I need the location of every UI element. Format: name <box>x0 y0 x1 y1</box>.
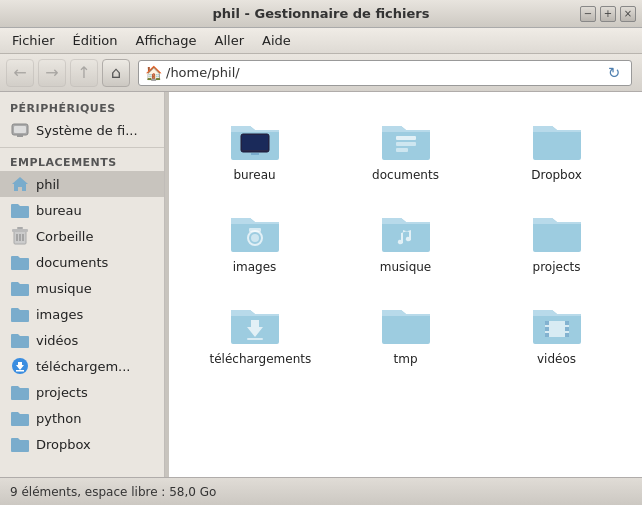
sidebar-label-phil: phil <box>36 177 60 192</box>
forward-button[interactable]: → <box>38 59 66 87</box>
sidebar-label-bureau: bureau <box>36 203 82 218</box>
dropbox-folder-icon <box>10 434 30 454</box>
tmp-icon <box>378 300 434 348</box>
file-item-documents[interactable]: documents <box>330 108 481 190</box>
svg-rect-14 <box>242 135 268 150</box>
dropbox-label: Dropbox <box>531 168 582 182</box>
close-button[interactable]: × <box>620 6 636 22</box>
sidebar-section-peripheriques: PÉRIPHÉRIQUES <box>0 98 164 117</box>
window-controls: − + × <box>580 6 636 22</box>
svg-rect-12 <box>16 370 24 372</box>
statusbar-text: 9 éléments, espace libre : 58,0 Go <box>10 485 216 499</box>
maximize-button[interactable]: + <box>600 6 616 22</box>
menu-edition[interactable]: Édition <box>65 31 126 50</box>
projects-icon <box>529 208 585 256</box>
sidebar-item-telechargements[interactable]: téléchargem... <box>0 353 164 379</box>
file-item-musique[interactable]: musique <box>330 200 481 282</box>
projects-label: projects <box>533 260 581 274</box>
device-icon <box>10 120 30 140</box>
forward-icon: → <box>45 63 58 82</box>
telechargements-icon <box>10 356 30 376</box>
trash-icon <box>10 226 30 246</box>
toolbar: ← → ↑ ⌂ 🏠 /home/phil/ ↻ <box>0 54 642 92</box>
projects-folder-icon <box>10 382 30 402</box>
back-icon: ← <box>13 63 26 82</box>
sidebar-label-python: python <box>36 411 81 426</box>
sidebar-label-images: images <box>36 307 83 322</box>
file-item-dropbox[interactable]: Dropbox <box>481 108 632 190</box>
file-item-telechargements[interactable]: téléchargements <box>179 292 330 374</box>
dropbox-icon <box>529 116 585 164</box>
tmp-label: tmp <box>393 352 417 366</box>
musique-label: musique <box>380 260 432 274</box>
sidebar-item-projects[interactable]: projects <box>0 379 164 405</box>
sidebar: PÉRIPHÉRIQUES Système de fi... EMPLACEME… <box>0 92 165 477</box>
menu-fichier[interactable]: Fichier <box>4 31 63 50</box>
videos-folder-icon <box>10 330 30 350</box>
file-item-images[interactable]: images <box>179 200 330 282</box>
videos-icon <box>529 300 585 348</box>
sidebar-label-systeme: Système de fi... <box>36 123 138 138</box>
svg-point-20 <box>251 234 259 242</box>
sidebar-label-documents: documents <box>36 255 108 270</box>
sidebar-item-systeme[interactable]: Système de fi... <box>0 117 164 143</box>
sidebar-item-documents[interactable]: documents <box>0 249 164 275</box>
svg-rect-27 <box>545 333 549 337</box>
documents-label: documents <box>372 168 439 182</box>
sidebar-item-images[interactable]: images <box>0 301 164 327</box>
refresh-button[interactable]: ↻ <box>603 62 625 84</box>
documents-folder-icon <box>10 252 30 272</box>
svg-rect-16 <box>396 136 416 140</box>
svg-rect-28 <box>565 321 569 325</box>
sidebar-label-telechargements: téléchargem... <box>36 359 131 374</box>
menubar: Fichier Édition Affichage Aller Aide <box>0 28 642 54</box>
address-bar[interactable]: 🏠 /home/phil/ ↻ <box>138 60 632 86</box>
file-item-bureau[interactable]: bureau <box>179 108 330 190</box>
back-button[interactable]: ← <box>6 59 34 87</box>
sidebar-item-videos[interactable]: vidéos <box>0 327 164 353</box>
menu-aide[interactable]: Aide <box>254 31 299 50</box>
titlebar: phil - Gestionnaire de fichiers − + × <box>0 0 642 28</box>
svg-rect-25 <box>545 321 549 325</box>
svg-rect-23 <box>247 338 263 340</box>
svg-rect-18 <box>396 148 408 152</box>
sidebar-item-corbeille[interactable]: Corbeille <box>0 223 164 249</box>
sidebar-item-bureau[interactable]: bureau <box>0 197 164 223</box>
sidebar-item-python[interactable]: python <box>0 405 164 431</box>
documents-icon <box>378 116 434 164</box>
home-button[interactable]: ⌂ <box>102 59 130 87</box>
svg-rect-29 <box>565 327 569 331</box>
main-container: PÉRIPHÉRIQUES Système de fi... EMPLACEME… <box>0 92 642 477</box>
images-label: images <box>233 260 277 274</box>
images-folder-icon <box>10 304 30 324</box>
svg-rect-1 <box>14 126 26 133</box>
sidebar-label-dropbox: Dropbox <box>36 437 91 452</box>
sidebar-label-videos: vidéos <box>36 333 78 348</box>
videos-label: vidéos <box>537 352 576 366</box>
file-item-videos[interactable]: vidéos <box>481 292 632 374</box>
telechargements-icon <box>227 300 283 348</box>
up-button[interactable]: ↑ <box>70 59 98 87</box>
svg-rect-17 <box>396 142 416 146</box>
statusbar: 9 éléments, espace libre : 58,0 Go <box>0 477 642 505</box>
svg-rect-26 <box>545 327 549 331</box>
sidebar-item-phil[interactable]: phil <box>0 171 164 197</box>
menu-affichage[interactable]: Affichage <box>127 31 204 50</box>
file-item-projects[interactable]: projects <box>481 200 632 282</box>
bureau-label: bureau <box>233 168 275 182</box>
address-text: /home/phil/ <box>166 65 240 80</box>
sidebar-item-musique[interactable]: musique <box>0 275 164 301</box>
svg-marker-3 <box>12 177 28 191</box>
svg-rect-21 <box>249 228 261 232</box>
minimize-button[interactable]: − <box>580 6 596 22</box>
sidebar-label-projects: projects <box>36 385 88 400</box>
musique-icon <box>378 208 434 256</box>
telechargements-label: téléchargements <box>210 352 300 366</box>
sidebar-item-dropbox[interactable]: Dropbox <box>0 431 164 457</box>
content-area: bureau documents <box>169 92 642 477</box>
svg-rect-30 <box>565 333 569 337</box>
menu-aller[interactable]: Aller <box>207 31 252 50</box>
home-folder-icon <box>10 174 30 194</box>
file-item-tmp[interactable]: tmp <box>330 292 481 374</box>
svg-rect-6 <box>17 227 23 229</box>
